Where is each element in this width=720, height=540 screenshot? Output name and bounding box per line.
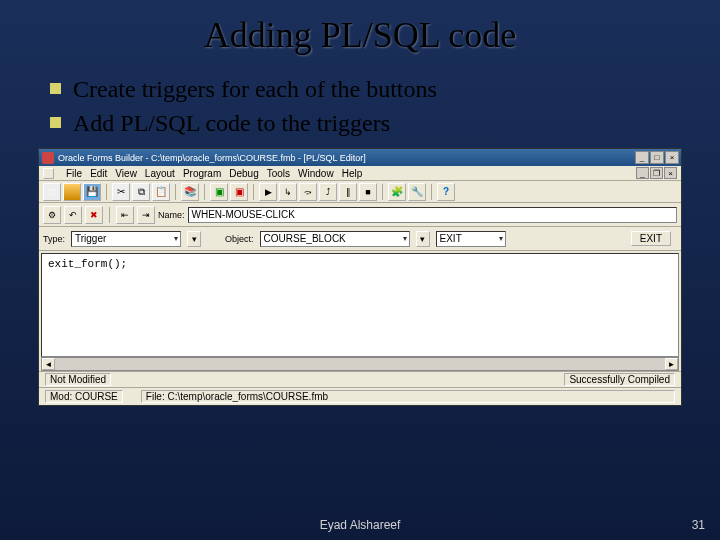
help-icon[interactable]: ? <box>437 183 455 201</box>
type-label: Type: <box>43 234 65 244</box>
menu-layout[interactable]: Layout <box>145 168 175 179</box>
list-item: Create triggers for each of the buttons <box>50 74 680 104</box>
editor-status-bar: Not Modified Successfully Compiled <box>39 371 681 388</box>
run-form-icon[interactable]: ▣ <box>210 183 228 201</box>
compile-icon[interactable]: ⚙ <box>43 206 61 224</box>
bullet-text: Create triggers for each of the buttons <box>73 74 437 104</box>
step-out-icon[interactable]: ⤴ <box>319 183 337 201</box>
delete-icon[interactable]: ✖ <box>85 206 103 224</box>
item-dropdown[interactable]: EXIT <box>436 231 506 247</box>
bullet-icon <box>50 117 61 128</box>
mdi-icon <box>43 168 54 179</box>
menu-edit[interactable]: Edit <box>90 168 107 179</box>
mdi-minimize-button[interactable]: _ <box>636 167 649 179</box>
file-status: File: C:\temp\oracle_forms\COURSE.fmb <box>141 390 675 403</box>
bullet-text: Add PL/SQL code to the triggers <box>73 108 390 138</box>
slide-title: Adding PL/SQL code <box>0 14 720 56</box>
forms-builder-window: Oracle Forms Builder - C:\temp\oracle_fo… <box>38 148 682 406</box>
type-picker-icon[interactable]: ▾ <box>187 231 201 247</box>
menubar: File Edit View Layout Program Debug Tool… <box>39 166 681 181</box>
maximize-button[interactable]: □ <box>650 151 664 164</box>
name-label: Name: <box>158 210 185 220</box>
stop-icon[interactable]: ■ <box>359 183 377 201</box>
bullet-icon <box>50 83 61 94</box>
bullet-list: Create triggers for each of the buttons … <box>50 74 680 138</box>
exit-button[interactable]: EXIT <box>631 231 671 246</box>
run-debug-icon[interactable]: ▣ <box>230 183 248 201</box>
step-over-icon[interactable]: ⤼ <box>299 183 317 201</box>
modified-status: Not Modified <box>45 373 111 386</box>
menu-debug[interactable]: Debug <box>229 168 258 179</box>
mdi-restore-button[interactable]: ❐ <box>650 167 663 179</box>
object-picker-icon[interactable]: ▾ <box>416 231 430 247</box>
plsql-code-editor[interactable]: exit_form(); <box>41 253 679 357</box>
save-icon[interactable]: 💾 <box>83 183 101 201</box>
go-icon[interactable]: ▶ <box>259 183 277 201</box>
app-icon <box>42 152 54 164</box>
minimize-button[interactable]: _ <box>635 151 649 164</box>
module-status: Mod: COURSE <box>45 390 123 403</box>
tool-icon[interactable]: 🔧 <box>408 183 426 201</box>
list-item: Add PL/SQL code to the triggers <box>50 108 680 138</box>
library-icon[interactable]: 📚 <box>181 183 199 201</box>
pause-icon[interactable]: ‖ <box>339 183 357 201</box>
paste-icon[interactable]: 📋 <box>152 183 170 201</box>
cut-icon[interactable]: ✂ <box>112 183 130 201</box>
copy-icon[interactable]: ⧉ <box>132 183 150 201</box>
revert-icon[interactable]: ↶ <box>64 206 82 224</box>
main-toolbar: □ 💾 ✂ ⧉ 📋 📚 ▣ ▣ ▶ ↳ ⤼ ⤴ ‖ ■ 🧩 🔧 ? <box>39 181 681 203</box>
prev-item-icon[interactable]: ⇤ <box>116 206 134 224</box>
object-dropdown[interactable]: COURSE_BLOCK <box>260 231 410 247</box>
new-icon[interactable]: □ <box>43 183 61 201</box>
menu-help[interactable]: Help <box>342 168 363 179</box>
context-row: Type: Trigger ▾ Object: COURSE_BLOCK ▾ E… <box>39 227 681 251</box>
footer-author: Eyad Alshareef <box>0 518 720 532</box>
scroll-right-icon[interactable]: ► <box>665 358 678 370</box>
open-icon[interactable] <box>63 183 81 201</box>
horizontal-scrollbar[interactable]: ◄ ► <box>41 357 679 371</box>
editor-toolbar: ⚙ ↶ ✖ ⇤ ⇥ Name: WHEN-MOUSE-CLICK <box>39 203 681 227</box>
object-label: Object: <box>225 234 254 244</box>
app-status-bar: Mod: COURSE File: C:\temp\oracle_forms\C… <box>39 388 681 405</box>
window-title: Oracle Forms Builder - C:\temp\oracle_fo… <box>58 153 635 163</box>
menu-window[interactable]: Window <box>298 168 334 179</box>
compile-status: Successfully Compiled <box>564 373 675 386</box>
trigger-name-field[interactable]: WHEN-MOUSE-CLICK <box>188 207 677 223</box>
close-button[interactable]: × <box>665 151 679 164</box>
page-number: 31 <box>692 518 705 532</box>
type-dropdown[interactable]: Trigger <box>71 231 181 247</box>
menu-tools[interactable]: Tools <box>267 168 290 179</box>
debug-console-icon[interactable]: 🧩 <box>388 183 406 201</box>
next-item-icon[interactable]: ⇥ <box>137 206 155 224</box>
window-titlebar: Oracle Forms Builder - C:\temp\oracle_fo… <box>39 149 681 166</box>
menu-view[interactable]: View <box>115 168 137 179</box>
mdi-close-button[interactable]: × <box>664 167 677 179</box>
menu-program[interactable]: Program <box>183 168 221 179</box>
step-into-icon[interactable]: ↳ <box>279 183 297 201</box>
scroll-left-icon[interactable]: ◄ <box>42 358 55 370</box>
menu-file[interactable]: File <box>66 168 82 179</box>
